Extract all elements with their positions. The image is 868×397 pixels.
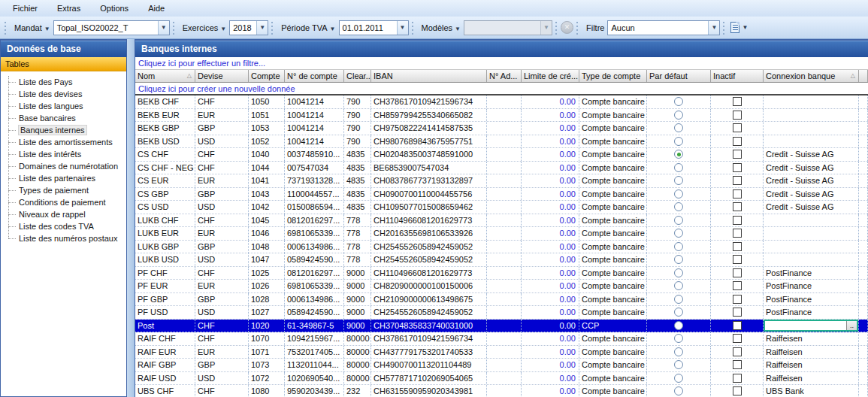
- table-row[interactable]: CS EUREUR10417371931328...4835CH08378677…: [135, 174, 868, 188]
- par-defaut-radio[interactable]: [674, 334, 683, 343]
- table-row[interactable]: CS CHFCHF10400037485910...4835CH02048350…: [135, 148, 868, 162]
- par-defaut-radio[interactable]: [674, 242, 683, 251]
- toolbar-grip[interactable]: [271, 21, 274, 35]
- periode-tva-dropdown-label[interactable]: Période TVA▼: [277, 23, 338, 32]
- inactif-checkbox[interactable]: [733, 150, 742, 159]
- table-row[interactable]: RAIF CHFCHF10701094215967...80000CH37861…: [135, 332, 868, 346]
- inactif-checkbox[interactable]: [733, 374, 742, 383]
- inactif-checkbox[interactable]: [733, 334, 742, 343]
- inactif-checkbox[interactable]: [733, 176, 742, 185]
- menu-item-fichier[interactable]: Fichier: [3, 0, 47, 17]
- sidebar-item-liste-des-num-ros-postaux[interactable]: Liste des numéros postaux: [1, 232, 126, 244]
- inactif-checkbox[interactable]: [733, 189, 742, 198]
- inactif-checkbox[interactable]: [733, 229, 742, 238]
- sidebar-item-liste-des-devises[interactable]: Liste des devises: [1, 88, 126, 100]
- mandat-combo[interactable]: Topal_ISO20022_T ▼: [53, 20, 170, 35]
- connexion-banque-input[interactable]: [765, 321, 846, 331]
- par-defaut-radio[interactable]: [674, 123, 683, 132]
- sidebar-item-liste-des-int-r-ts[interactable]: Liste des intérêts: [1, 148, 126, 160]
- exercices-combo-arrow[interactable]: ▼: [256, 21, 268, 35]
- table-row[interactable]: BEKB EUREUR105110041214790CH859799425534…: [135, 109, 868, 123]
- table-row[interactable]: BEKB CHFCHF105010041214790CH378617010942…: [135, 95, 868, 109]
- periode-tva-combo[interactable]: 01.01.2011 ▼: [339, 20, 409, 35]
- column-header-par-d-faut[interactable]: Par défaut: [647, 70, 711, 82]
- exercices-dropdown-label[interactable]: Exercices▼: [178, 23, 230, 32]
- table-row[interactable]: CS USDUSD10420150086594...4835CH10950770…: [135, 201, 868, 214]
- sidebar-item-types-de-paiement[interactable]: Types de paiement: [1, 184, 126, 196]
- par-defaut-radio[interactable]: [674, 111, 683, 120]
- periode-tva-combo-arrow[interactable]: ▼: [397, 21, 408, 35]
- sidebar-item-base-bancaires[interactable]: Base bancaires: [1, 112, 126, 124]
- column-header-iban[interactable]: IBAN: [371, 70, 487, 82]
- inactif-checkbox[interactable]: [733, 216, 742, 225]
- table-row[interactable]: RAIF GBPGBP10731132011044...80000CH49007…: [135, 359, 868, 372]
- column-header-n-ad-[interactable]: N° Ad...: [487, 70, 522, 82]
- par-defaut-radio[interactable]: [674, 150, 683, 159]
- sidebar-item-domaines-de-num-rotation[interactable]: Domaines de numérotation: [1, 160, 126, 172]
- par-defaut-radio[interactable]: [674, 374, 683, 383]
- toolbar-grip[interactable]: [4, 21, 8, 35]
- table-row[interactable]: CS GBPGBP10431100044557...4835CH09007001…: [135, 188, 868, 202]
- table-row[interactable]: LUKB GBPGBP10480006134986...778CH2545526…: [135, 241, 868, 254]
- par-defaut-radio[interactable]: [674, 202, 683, 211]
- column-header-limite-de-cr-[interactable]: Limite de cré...: [522, 70, 579, 82]
- table-row[interactable]: BEKB GBPGBP105310041214790CH975082224141…: [135, 122, 868, 135]
- column-header-inactif[interactable]: Inactif: [711, 70, 764, 82]
- par-defaut-radio[interactable]: [674, 216, 683, 225]
- inactif-checkbox[interactable]: [733, 111, 742, 120]
- ellipsis-browse-button[interactable]: ..: [846, 321, 857, 331]
- par-defaut-radio[interactable]: [674, 255, 683, 264]
- par-defaut-radio[interactable]: [674, 137, 683, 146]
- column-header-devise[interactable]: Devise: [195, 70, 249, 82]
- table-row[interactable]: BEKB USDUSD105210041214790CH980768984367…: [135, 135, 868, 149]
- table-row[interactable]: LUKB EUREUR10466981065339...778CH2016355…: [135, 227, 868, 241]
- par-defaut-radio[interactable]: [674, 163, 683, 172]
- sidebar-item-liste-des-codes-tva[interactable]: Liste des codes TVA: [1, 220, 126, 232]
- par-defaut-radio[interactable]: [674, 347, 683, 356]
- sidebar-item-liste-des-amortissements[interactable]: Liste des amortissements: [1, 136, 126, 148]
- inactif-checkbox[interactable]: [733, 281, 742, 290]
- sidebar-item-liste-des-partenaires[interactable]: Liste des partenaires: [1, 172, 126, 184]
- menu-item-aide[interactable]: Aide: [138, 0, 174, 17]
- menu-item-options[interactable]: Options: [90, 0, 138, 17]
- par-defaut-radio[interactable]: [674, 189, 683, 198]
- par-defaut-radio[interactable]: [674, 321, 683, 330]
- par-defaut-radio[interactable]: [674, 281, 683, 290]
- inactif-checkbox[interactable]: [733, 242, 742, 251]
- table-row[interactable]: PF EUREUR10266981065339...9000CH82090000…: [135, 280, 868, 293]
- par-defaut-radio[interactable]: [674, 97, 683, 106]
- par-defaut-radio[interactable]: [674, 386, 683, 395]
- column-header-connexion-banque[interactable]: Connexion banque△: [764, 70, 859, 82]
- inactif-checkbox[interactable]: [733, 97, 742, 106]
- par-defaut-radio[interactable]: [674, 360, 683, 369]
- par-defaut-radio[interactable]: [674, 268, 683, 277]
- par-defaut-radio[interactable]: [674, 229, 683, 238]
- column-header-n-de-compte[interactable]: N° de compte: [285, 70, 344, 82]
- sidebar-group-tables[interactable]: Tables: [1, 57, 126, 71]
- table-row[interactable]: PostCHF102061-349867-59000CH370483583374…: [135, 320, 868, 333]
- filtre-combo-arrow[interactable]: ▼: [708, 21, 719, 35]
- inactif-checkbox[interactable]: [733, 137, 742, 146]
- table-row[interactable]: RAIF EUREUR10717532017405...80000CH43777…: [135, 346, 868, 359]
- filter-link-row[interactable]: Cliquez ici pour effectuer un filtre...: [135, 57, 868, 70]
- column-header-type-de-compte[interactable]: Type de compte: [579, 70, 647, 82]
- new-data-link-row[interactable]: Cliquez ici pour créer une nouvelle donn…: [135, 83, 868, 95]
- inactif-checkbox[interactable]: [733, 360, 742, 369]
- table-row[interactable]: CS CHF - NEGCHF10440075470344835BE685390…: [135, 162, 868, 175]
- toolbar-grip[interactable]: [555, 21, 558, 35]
- inactif-checkbox[interactable]: [733, 321, 742, 330]
- sidebar-item-liste-des-langues[interactable]: Liste des langues: [1, 100, 126, 112]
- mandat-dropdown-label[interactable]: Mandat▼: [10, 23, 53, 32]
- filtre-combo[interactable]: Aucun ▼: [607, 20, 720, 35]
- toolbar-grip[interactable]: [576, 21, 579, 35]
- inactif-checkbox[interactable]: [733, 386, 742, 395]
- par-defaut-radio[interactable]: [674, 176, 683, 185]
- column-header-compte[interactable]: Compte: [249, 70, 285, 82]
- inactif-checkbox[interactable]: [733, 268, 742, 277]
- inactif-checkbox[interactable]: [733, 295, 742, 304]
- sidebar-item-banques-internes[interactable]: Banques internes: [1, 124, 126, 136]
- modeles-dropdown-label[interactable]: Modèles▼: [417, 23, 464, 32]
- table-row[interactable]: RAIF USDUSD10721020690540...80000CH57787…: [135, 372, 868, 386]
- exercices-combo[interactable]: 2018 ▼: [229, 20, 268, 35]
- mandat-combo-arrow[interactable]: ▼: [158, 21, 169, 35]
